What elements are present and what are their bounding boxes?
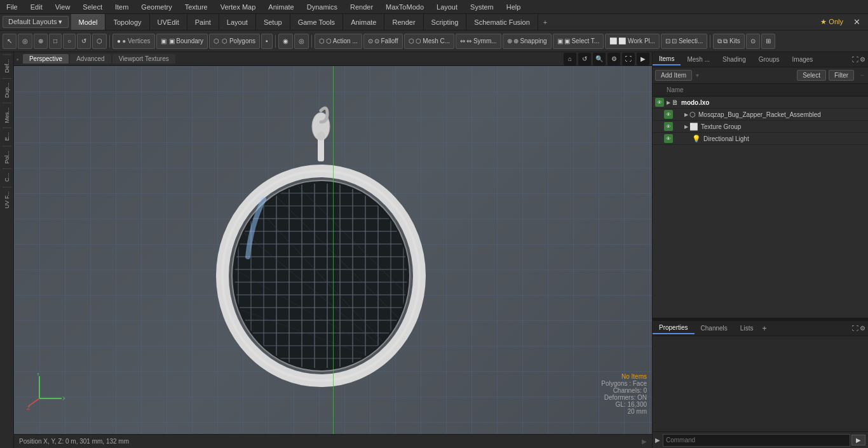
tab-model[interactable]: Model bbox=[71, 14, 106, 30]
menu-select[interactable]: Select bbox=[76, 2, 109, 12]
menu-render[interactable]: Render bbox=[344, 2, 379, 12]
mesh-button[interactable]: ⬡ ⬡ Mesh C... bbox=[404, 34, 455, 49]
zoom-icon[interactable]: 🔍 bbox=[593, 53, 606, 65]
falloff-button[interactable]: ⊙ ⊙ Falloff bbox=[363, 34, 403, 49]
snapping-button[interactable]: ⊕ ⊕ Snapping bbox=[503, 34, 552, 49]
left-tab-def[interactable]: Def... bbox=[3, 55, 11, 77]
props-tab-lists[interactable]: Lists bbox=[734, 323, 760, 334]
menu-view[interactable]: View bbox=[49, 2, 77, 12]
props-tab-properties[interactable]: Properties bbox=[653, 322, 695, 334]
viewport-toggle[interactable]: ▪ bbox=[17, 55, 19, 63]
star-only-button[interactable]: ★ Only bbox=[817, 17, 847, 27]
menu-system[interactable]: System bbox=[464, 2, 500, 12]
tab-setup[interactable]: Setup bbox=[256, 14, 290, 30]
expand-arrow-icon[interactable]: ▶ bbox=[684, 112, 688, 118]
tool-circle2[interactable]: ○ bbox=[63, 34, 76, 49]
left-tab-dup[interactable]: Dup... bbox=[3, 78, 11, 102]
tab-render[interactable]: Render bbox=[384, 14, 423, 30]
menu-item[interactable]: Item bbox=[109, 2, 135, 12]
select-t-button[interactable]: ▣ ▣ Select T... bbox=[553, 34, 604, 49]
menu-vertex-map[interactable]: Vertex Map bbox=[214, 2, 262, 12]
menu-texture[interactable]: Texture bbox=[179, 2, 214, 12]
view-button[interactable]: ⊞ bbox=[761, 34, 775, 49]
menu-geometry[interactable]: Geometry bbox=[135, 2, 178, 12]
menu-edit[interactable]: Edit bbox=[24, 2, 49, 12]
menu-layout[interactable]: Layout bbox=[430, 2, 464, 12]
tool-circle[interactable]: ◎ bbox=[18, 34, 32, 49]
items-settings-icon[interactable]: ⚙ bbox=[860, 56, 865, 63]
tab-schematic-fusion[interactable]: Schematic Fusion bbox=[466, 14, 538, 30]
action-button[interactable]: ⬡ ⬡ Action ... bbox=[315, 34, 362, 49]
menu-dynamics[interactable]: Dynamics bbox=[301, 2, 344, 12]
items-tab-shading[interactable]: Shading bbox=[716, 54, 752, 65]
list-item[interactable]: 👁 ▶ 🗎 modo.lxo bbox=[653, 97, 868, 109]
tab-scripting[interactable]: Scripting bbox=[424, 14, 467, 30]
home-icon[interactable]: ⌂ bbox=[564, 53, 576, 65]
kits-button[interactable]: ⧉ ⧉ Kits bbox=[713, 34, 744, 49]
selecti-button[interactable]: ⊡ ⊡ Selecti... bbox=[661, 34, 707, 49]
tool-rotate[interactable]: ↺ bbox=[77, 34, 91, 49]
tab-add[interactable]: + bbox=[538, 17, 552, 28]
viewport-tab-advanced[interactable]: Advanced bbox=[70, 54, 111, 64]
left-tab-uvf[interactable]: UV F... bbox=[3, 187, 11, 212]
tab-animate[interactable]: Animate bbox=[343, 14, 384, 30]
tab-topology[interactable]: Topology bbox=[105, 14, 149, 30]
next-icon[interactable]: ▶ bbox=[637, 53, 649, 65]
menu-animate[interactable]: Animate bbox=[262, 2, 300, 12]
add-item-button[interactable]: Add Item bbox=[655, 70, 692, 81]
menu-help[interactable]: Help bbox=[500, 2, 527, 12]
toggle-btn-3[interactable]: ◎ bbox=[294, 34, 309, 49]
rotate-vp-icon[interactable]: ↺ bbox=[578, 53, 591, 65]
filter-button[interactable]: Filter bbox=[829, 70, 854, 81]
items-tab-items[interactable]: Items bbox=[653, 53, 681, 65]
toggle-btn-1[interactable]: ▪ bbox=[261, 34, 273, 49]
viewport-tab-perspective[interactable]: Perspective bbox=[23, 54, 69, 64]
items-tab-mesh[interactable]: Mesh ... bbox=[681, 54, 716, 65]
boundary-button[interactable]: ▣ ▣ Boundary bbox=[156, 34, 208, 49]
props-settings-icon[interactable]: ⚙ bbox=[860, 325, 865, 332]
close-tab-button[interactable]: ✕ bbox=[850, 16, 864, 28]
symm-button[interactable]: ⇔ ⇔ Symm... bbox=[456, 34, 501, 49]
work-pl-button[interactable]: ⬜ ⬜ Work Pl... bbox=[605, 34, 660, 49]
visibility-icon[interactable]: 👁 bbox=[655, 98, 664, 107]
expand-arrow-icon[interactable]: ▶ bbox=[667, 100, 670, 105]
left-tab-mes[interactable]: Mes... bbox=[3, 103, 11, 127]
command-submit-button[interactable]: ▶ bbox=[851, 435, 865, 445]
polygons-button[interactable]: ⬡ ⬡ Polygons bbox=[209, 34, 260, 49]
items-tab-images[interactable]: Images bbox=[786, 54, 820, 65]
props-expand-icon[interactable]: ⛶ bbox=[852, 325, 858, 332]
command-input[interactable] bbox=[663, 434, 850, 447]
left-tab-pol[interactable]: Pol... bbox=[3, 146, 11, 168]
tab-game-tools[interactable]: Game Tools bbox=[290, 14, 344, 30]
vertices-button[interactable]: ● ● Vertices bbox=[112, 34, 154, 49]
left-tab-e[interactable]: E... bbox=[3, 128, 11, 145]
tab-paint[interactable]: Paint bbox=[187, 14, 219, 30]
tool-box[interactable]: □ bbox=[49, 34, 62, 49]
items-expand-icon[interactable]: ⛶ bbox=[852, 56, 858, 63]
tab-uvedit[interactable]: UVEdit bbox=[150, 14, 187, 30]
tool-select-mode[interactable]: ↖ bbox=[3, 34, 17, 49]
menu-maxtomodo[interactable]: MaxToModo bbox=[379, 2, 430, 12]
visibility-icon[interactable]: 👁 bbox=[664, 134, 673, 143]
tab-layout[interactable]: Layout bbox=[219, 14, 256, 30]
minus-icon[interactable]: − bbox=[859, 72, 865, 79]
visibility-icon[interactable]: 👁 bbox=[664, 110, 673, 119]
viewport-tab-textures[interactable]: Viewport Textures bbox=[112, 54, 175, 64]
props-tab-channels[interactable]: Channels bbox=[695, 323, 734, 334]
add-props-tab-icon[interactable]: + bbox=[762, 324, 766, 333]
visibility-icon[interactable]: 👁 bbox=[664, 122, 673, 131]
items-tab-groups[interactable]: Groups bbox=[752, 54, 786, 65]
list-item[interactable]: 👁 ▶ ⬜ Texture Group bbox=[653, 121, 868, 133]
toggle-btn-2[interactable]: ◉ bbox=[278, 34, 293, 49]
camera-button[interactable]: ⊙ bbox=[746, 34, 760, 49]
layout-dropdown[interactable]: Default Layouts ▾ bbox=[3, 16, 69, 28]
viewport[interactable]: X Y Z No Items Polygons : Face Channels:… bbox=[14, 66, 652, 434]
tool-move[interactable]: ⊕ bbox=[34, 34, 48, 49]
settings-icon[interactable]: ⚙ bbox=[607, 53, 620, 65]
expand-icon[interactable]: ⛶ bbox=[622, 53, 635, 65]
menu-file[interactable]: File bbox=[0, 2, 24, 12]
list-item[interactable]: 👁 💡 Directional Light bbox=[653, 133, 868, 145]
list-item[interactable]: 👁 ▶ ⬡ Mosqzap_Bug_Zapper_Racket_Assemble… bbox=[653, 109, 868, 121]
left-tab-c[interactable]: C... bbox=[3, 168, 11, 186]
select-button[interactable]: Select bbox=[797, 70, 826, 81]
